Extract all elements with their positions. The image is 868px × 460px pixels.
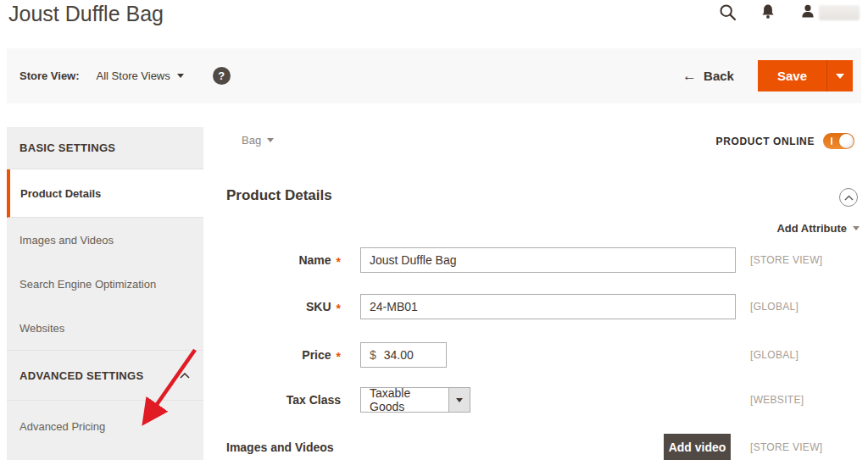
store-view-value: All Store Views (97, 69, 170, 82)
add-video-button[interactable]: Add video (664, 434, 731, 460)
required-marker: * (337, 350, 341, 363)
images-scope-label: [STORE VIEW] (750, 441, 822, 453)
sidebar-item-product-details[interactable]: Product Details (7, 169, 203, 218)
field-row-name: Name * [STORE VIEW] (226, 247, 736, 274)
price-scope-label: [GLOBAL] (750, 349, 798, 361)
chevron-up-icon (844, 195, 854, 201)
save-button[interactable]: Save (758, 60, 826, 91)
tax-class-select[interactable]: Taxable Goods (360, 387, 470, 413)
admin-user-icon[interactable] (799, 3, 816, 20)
notifications-bell-icon[interactable] (760, 3, 776, 20)
sidebar-item-websites[interactable]: Websites (7, 306, 203, 350)
product-online-toggle[interactable] (823, 133, 854, 149)
sku-label: SKU * (226, 300, 341, 313)
bell-icon-glyph (760, 3, 776, 20)
tax-class-label: Tax Class (226, 393, 341, 407)
user-icon-glyph (799, 3, 816, 20)
sku-label-text: SKU (306, 300, 331, 313)
chevron-up-icon (180, 373, 190, 379)
chevron-down-icon (853, 226, 860, 230)
collapse-section-button[interactable] (839, 188, 858, 207)
store-view-label: Store View: (19, 69, 80, 82)
search-icon[interactable] (719, 3, 737, 21)
currency-prefix: $ (370, 348, 376, 362)
attribute-set-dropdown[interactable]: Bag (242, 134, 274, 147)
attribute-set-value: Bag (242, 134, 261, 147)
select-dropdown-button[interactable] (448, 387, 470, 413)
field-row-sku: SKU * [GLOBAL] (226, 293, 736, 320)
field-row-price: Price * $ 34.00 [GLOBAL] (226, 341, 447, 369)
search-icon-glyph (719, 3, 737, 21)
sidebar-item-advanced-pricing[interactable]: Advanced Pricing (7, 401, 203, 452)
price-label: Price * (226, 348, 341, 362)
advanced-settings-label: ADVANCED SETTINGS (19, 369, 143, 382)
price-label-text: Price (302, 348, 331, 362)
chevron-down-icon (267, 138, 274, 142)
name-label-text: Name (298, 253, 331, 267)
images-and-videos-label: Images and Videos (226, 441, 334, 454)
price-input[interactable]: $ 34.00 (360, 342, 447, 368)
back-button-label: Back (704, 69, 734, 83)
chevron-down-icon (177, 74, 184, 78)
product-online-label: PRODUCT ONLINE (716, 136, 815, 147)
save-split-button: Save (758, 60, 853, 91)
tax-class-label-text: Tax Class (287, 393, 341, 407)
toggle-knob (839, 134, 854, 148)
product-online-control: PRODUCT ONLINE (716, 133, 854, 149)
help-icon[interactable]: ? (213, 67, 231, 85)
sku-input[interactable] (360, 294, 736, 319)
name-scope-label: [STORE VIEW] (750, 254, 822, 266)
back-arrow-icon: ← (682, 69, 697, 83)
toggle-on-mark (831, 137, 832, 145)
store-view-switcher[interactable]: All Store Views (97, 69, 184, 82)
sidebar-section-basic-settings: BASIC SETTINGS (7, 127, 203, 169)
required-marker: * (337, 255, 341, 269)
sku-scope-label: [GLOBAL] (750, 301, 798, 313)
chevron-down-icon (456, 398, 463, 402)
tax-class-value: Taxable Goods (360, 387, 449, 413)
product-edit-page: Joust Duffle Bag Store View: All Store V… (0, 0, 868, 460)
settings-sidebar: BASIC SETTINGS Product Details Images an… (7, 127, 203, 460)
page-actions-toolbar: Store View: All Store Views ? ← Back Sav… (7, 48, 861, 103)
chevron-down-icon (836, 74, 844, 79)
name-label: Name * (226, 253, 341, 267)
admin-user-name-blurred (819, 5, 860, 20)
tax-class-scope-label: [WEBSITE] (750, 394, 804, 406)
add-attribute-label: Add Attribute (776, 222, 847, 235)
price-value: 34.00 (384, 348, 414, 362)
sidebar-item-images-and-videos[interactable]: Images and Videos (7, 218, 203, 262)
add-attribute-button[interactable]: Add Attribute (776, 222, 860, 235)
required-marker: * (337, 302, 341, 315)
page-title: Joust Duffle Bag (8, 0, 164, 28)
field-row-images-and-videos: Images and Videos Add video [STORE VIEW] (226, 434, 334, 460)
name-input[interactable] (360, 247, 736, 273)
back-button[interactable]: ← Back (682, 69, 734, 83)
product-form: Bag PRODUCT ONLINE Product Details Add A… (226, 127, 868, 460)
sidebar-item-search-engine-optimization[interactable]: Search Engine Optimization (7, 262, 203, 306)
section-title: Product Details (226, 187, 332, 204)
save-options-button[interactable] (826, 60, 853, 91)
field-row-tax-class: Tax Class Taxable Goods [WEBSITE] (226, 386, 470, 413)
sidebar-section-advanced-settings[interactable]: ADVANCED SETTINGS (7, 350, 203, 401)
